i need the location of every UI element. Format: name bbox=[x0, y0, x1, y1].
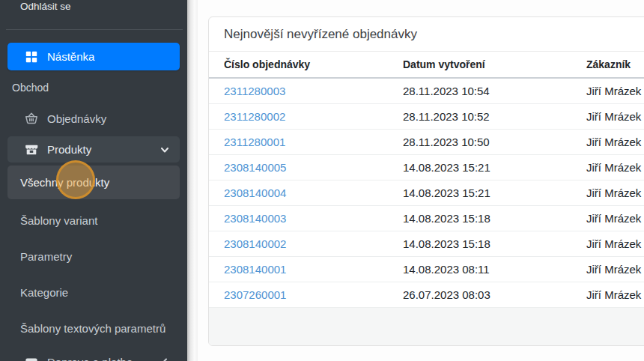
order-number-link[interactable]: 2311280002 bbox=[224, 110, 285, 123]
order-number-cell: 2308140003 bbox=[209, 206, 403, 231]
order-customer-cell: Jiří Mrázek bbox=[586, 130, 644, 155]
latest-orders-card: Nejnovější nevyřízené objednávky Číslo o… bbox=[208, 16, 644, 346]
order-created-cell: 14.08.2023 15:18 bbox=[403, 231, 586, 257]
order-created-cell: 14.08.2023 15:21 bbox=[403, 180, 586, 206]
order-customer-cell: Jiří Mrázek bbox=[586, 78, 644, 104]
order-number-link[interactable]: 2308140004 bbox=[224, 186, 286, 199]
orders-table: Číslo objednávky Datum vytvoření Zákazní… bbox=[209, 52, 644, 307]
sidebar-item-all-products[interactable]: Všechny produkty bbox=[7, 166, 180, 199]
order-number-link[interactable]: 2311280001 bbox=[224, 136, 285, 148]
sidebar-item-parameters[interactable]: Parametry bbox=[20, 250, 72, 264]
table-row: 230814000114.08.2023 08:11Jiří Mrázek bbox=[209, 257, 644, 282]
sidebar-item-label: Parametry bbox=[20, 250, 72, 264]
table-row: 230814000414.08.2023 15:21Jiří Mrázek bbox=[209, 180, 644, 206]
chevron-left-icon bbox=[160, 357, 170, 361]
card-title: Nejnovější nevyřízené objednávky bbox=[209, 17, 644, 52]
order-customer-cell: Jiří Mrázek bbox=[586, 257, 644, 282]
order-number-cell: 2311280002 bbox=[209, 104, 403, 130]
order-number-cell: 2307260001 bbox=[209, 282, 403, 308]
order-customer-cell: Jiří Mrázek bbox=[586, 104, 644, 130]
app-window: { "colors": { "sidebar_bg": "#343a40", "… bbox=[0, 0, 644, 361]
order-number-link[interactable]: 2307260001 bbox=[224, 288, 286, 301]
order-created-cell: 14.08.2023 15:18 bbox=[403, 206, 586, 231]
order-number-link[interactable]: 2308140003 bbox=[224, 212, 286, 225]
sidebar-item-label: Produkty bbox=[47, 143, 91, 156]
order-number-cell: 2308140005 bbox=[209, 155, 403, 180]
order-number-link[interactable]: 2311280003 bbox=[224, 85, 285, 97]
order-number-cell: 2311280001 bbox=[209, 130, 403, 155]
order-customer-cell: Jiří Mrázek bbox=[586, 180, 644, 206]
shopping-basket-icon bbox=[25, 112, 38, 125]
sidebar-item-dashboard[interactable]: Nástěnka bbox=[7, 43, 180, 70]
order-number-link[interactable]: 2308140002 bbox=[224, 237, 286, 250]
table-row: 231128000328.11.2023 10:54Jiří Mrázek bbox=[209, 78, 644, 104]
sidebar-item-label: Objednávky bbox=[47, 112, 106, 125]
sidebar-item-products[interactable]: Produkty bbox=[7, 136, 180, 163]
order-customer-cell: Jiří Mrázek bbox=[586, 206, 644, 231]
card-footer bbox=[209, 307, 644, 345]
column-header-order-number: Číslo objednávky bbox=[209, 52, 403, 78]
sidebar-item-orders[interactable]: Objednávky bbox=[7, 110, 180, 127]
table-row: 230726000126.07.2023 08:03Jiří Mrázek bbox=[209, 282, 644, 308]
order-created-cell: 14.08.2023 08:11 bbox=[403, 257, 586, 282]
sidebar-item-categories[interactable]: Kategorie bbox=[20, 286, 68, 300]
table-row: 230814000514.08.2023 15:21Jiří Mrázek bbox=[209, 155, 644, 180]
table-row: 231128000228.11.2023 10:52Jiří Mrázek bbox=[209, 104, 644, 130]
table-row: 230814000214.08.2023 15:18Jiří Mrázek bbox=[209, 231, 644, 257]
sidebar-item-label: Šablony variant bbox=[20, 214, 97, 228]
table-row: 230814000314.08.2023 15:18Jiří Mrázek bbox=[209, 206, 644, 231]
sidebar-item-label: Všechny produkty bbox=[20, 176, 109, 189]
sidebar-section-label: Obchod bbox=[12, 82, 49, 94]
order-created-cell: 14.08.2023 15:21 bbox=[403, 155, 586, 180]
sidebar-scrollbar[interactable] bbox=[187, 0, 198, 361]
order-number-link[interactable]: 2308140001 bbox=[224, 263, 286, 276]
order-number-link[interactable]: 2308140005 bbox=[224, 161, 286, 174]
table-row: 231128000128.11.2023 10:50Jiří Mrázek bbox=[209, 130, 644, 155]
column-header-created: Datum vytvoření bbox=[403, 52, 586, 78]
order-created-cell: 28.11.2023 10:54 bbox=[403, 78, 586, 104]
sidebar-item-label: Doprava a platba bbox=[47, 356, 133, 361]
table-header-row: Číslo objednávky Datum vytvoření Zákazní… bbox=[209, 52, 644, 78]
order-number-cell: 2308140002 bbox=[209, 231, 403, 257]
sidebar: Odhlásit se Nástěnka Obchod Objednávky bbox=[0, 0, 187, 361]
order-customer-cell: Jiří Mrázek bbox=[586, 231, 644, 257]
logout-link[interactable]: Odhlásit se bbox=[20, 1, 71, 12]
sidebar-item-label: Kategorie bbox=[20, 286, 68, 300]
credit-card-icon bbox=[25, 356, 38, 361]
order-created-cell: 28.11.2023 10:52 bbox=[403, 104, 586, 130]
order-customer-cell: Jiří Mrázek bbox=[586, 155, 644, 180]
sidebar-item-label: Nástěnka bbox=[47, 50, 94, 63]
orders-table-body: 231128000328.11.2023 10:54Jiří Mrázek231… bbox=[209, 78, 644, 307]
chevron-down-icon bbox=[160, 145, 170, 155]
order-created-cell: 26.07.2023 08:03 bbox=[403, 282, 586, 308]
grid-icon bbox=[25, 50, 38, 64]
order-number-cell: 2311280003 bbox=[209, 78, 403, 104]
order-customer-cell: Jiří Mrázek bbox=[586, 282, 644, 308]
store-icon bbox=[25, 143, 38, 157]
order-number-cell: 2308140004 bbox=[209, 180, 403, 206]
column-header-customer: Zákazník bbox=[586, 52, 644, 78]
sidebar-item-variant-templates[interactable]: Šablony variant bbox=[20, 214, 97, 228]
sidebar-divider bbox=[6, 29, 183, 30]
sidebar-item-text-parameter-templates[interactable]: Šablony textových parametrů bbox=[20, 322, 165, 336]
order-created-cell: 28.11.2023 10:50 bbox=[403, 130, 586, 155]
sidebar-item-label: Šablony textových parametrů bbox=[20, 322, 165, 336]
order-number-cell: 2308140001 bbox=[209, 257, 403, 282]
sidebar-item-shipping-payment[interactable]: Doprava a platba bbox=[7, 349, 180, 361]
